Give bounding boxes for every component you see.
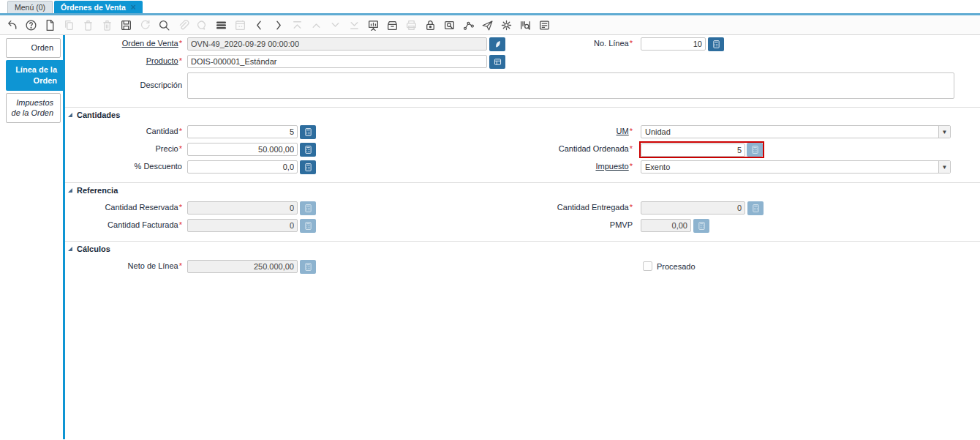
descripcion-label: Descripción (65, 79, 182, 92)
sidebar-tab-orden-label: Orden (31, 43, 53, 52)
report-window-icon[interactable] (538, 18, 551, 31)
procesado-label: Procesado (657, 261, 745, 273)
cantidad-reservada-label: Cantidad Reservada* (65, 201, 182, 214)
cantidad-facturada-field (187, 219, 298, 232)
sidebar-tab-orden[interactable]: Orden (6, 38, 61, 58)
toolbar (0, 15, 980, 35)
delete-record-icon (81, 18, 94, 31)
cantidad-label: Cantidad* (65, 125, 182, 138)
um-select[interactable]: Unidad ▼ (641, 125, 951, 138)
sidebar-tab-impuestos-label: Impuestos de la Orden (12, 98, 53, 118)
cantidad-entregada-field (641, 201, 745, 215)
neto-de-linea-field (187, 260, 298, 273)
impuesto-value: Exento (641, 161, 938, 173)
archive-icon[interactable] (385, 18, 399, 31)
form-panel: Orden de Venta* No. Línea* Producto* Des… (65, 35, 980, 439)
impuesto-select[interactable]: Exento ▼ (641, 160, 951, 174)
refresh-icon (138, 18, 151, 31)
private-record-lock-icon[interactable] (423, 18, 437, 31)
cantidad-calculator-button[interactable] (300, 125, 316, 139)
chevron-down-icon[interactable]: ▼ (938, 161, 950, 173)
cantidad-ordenada-label: Cantidad Ordenada* (467, 143, 633, 155)
application-window: Menú (0) Órdenes de Venta × (0, 0, 980, 440)
collapse-triangle-icon[interactable] (68, 247, 72, 251)
pmvp-calculator-button (693, 219, 709, 233)
cantidad-entregada-calculator-button (747, 201, 764, 215)
new-record-icon[interactable] (43, 18, 56, 31)
chevron-down-icon[interactable]: ▼ (938, 126, 950, 138)
cantidad-facturada-label: Cantidad Facturada* (65, 219, 182, 231)
parent-record-icon (309, 18, 323, 31)
attachment-icon (176, 18, 189, 31)
close-icon[interactable]: × (131, 3, 136, 12)
precio-calculator-button[interactable] (300, 143, 316, 157)
pmvp-label: PMVP (467, 219, 633, 231)
procesado-checkbox[interactable] (643, 261, 652, 271)
send-request-icon[interactable] (480, 18, 494, 31)
pmvp-field (641, 219, 691, 232)
neto-de-linea-label: Neto de Línea* (65, 260, 182, 272)
section-cantidades: Cantidades (65, 107, 980, 119)
product-info-icon[interactable] (519, 18, 532, 31)
descripcion-field[interactable] (187, 72, 954, 99)
tab-ordenes-de-venta[interactable]: Órdenes de Venta × (54, 1, 143, 13)
um-value: Unidad (641, 126, 938, 138)
save-icon[interactable] (119, 18, 132, 31)
preferences-gear-icon[interactable] (500, 18, 513, 31)
no-linea-calculator-button[interactable] (708, 37, 724, 51)
descuento-calculator-button[interactable] (300, 160, 316, 174)
calendar-icon (233, 18, 246, 31)
no-linea-field[interactable] (641, 37, 706, 51)
tab-menu-label: Menú (0) (15, 3, 45, 12)
product-search-button[interactable] (489, 55, 505, 69)
section-referencia: Referencia (65, 182, 980, 195)
neto-de-linea-calculator-button (300, 260, 316, 274)
section-cantidades-title: Cantidades (77, 111, 120, 119)
collapse-triangle-icon[interactable] (68, 113, 72, 117)
sidebar-tab-impuestos-de-la-orden[interactable]: Impuestos de la Orden (6, 93, 61, 124)
section-referencia-title: Referencia (77, 186, 118, 195)
copy-record-icon (62, 18, 75, 31)
find-icon[interactable] (157, 18, 170, 31)
precio-label: Precio* (65, 143, 182, 155)
cantidad-ordenada-field[interactable] (641, 143, 745, 157)
report-icon[interactable] (366, 18, 380, 31)
precio-field[interactable] (187, 143, 298, 156)
window-tab-bar: Menú (0) Órdenes de Venta × (0, 0, 980, 13)
delete-selection-icon (100, 18, 113, 31)
orden-de-venta-label: Orden de Venta* (65, 37, 182, 50)
producto-label: Producto* (65, 55, 182, 67)
detail-record-icon (328, 18, 342, 31)
cantidad-facturada-calculator-button (300, 219, 316, 233)
cantidad-ordenada-calculator-button (747, 143, 763, 157)
detail-tab-sidebar: Orden Línea de la Orden Impuestos de la … (0, 35, 63, 439)
impuesto-label: Impuesto* (467, 160, 633, 173)
cantidad-reservada-calculator-button (300, 201, 316, 215)
cantidad-field[interactable] (187, 125, 298, 138)
collapse-triangle-icon[interactable] (68, 188, 72, 193)
help-icon[interactable] (24, 18, 37, 31)
next-record-icon[interactable] (271, 18, 284, 31)
um-label: UM* (467, 125, 633, 138)
section-calculos: Cálculos (65, 241, 980, 253)
undo-icon[interactable] (5, 18, 18, 31)
zoom-across-icon[interactable] (442, 18, 456, 31)
tab-menu[interactable]: Menú (0) (7, 1, 53, 13)
cantidad-entregada-label: Cantidad Entregada* (467, 201, 633, 214)
grid-toggle-icon[interactable] (214, 18, 227, 31)
sidebar-tab-linea-label: Línea de la Orden (15, 65, 57, 85)
producto-field[interactable] (187, 55, 487, 68)
descuento-field[interactable] (187, 160, 298, 174)
previous-record-icon[interactable] (252, 18, 265, 31)
last-record-icon (347, 18, 361, 31)
cantidad-reservada-field (187, 201, 298, 215)
orden-de-venta-field[interactable] (187, 37, 487, 51)
chat-icon (195, 18, 208, 31)
sidebar-tab-linea-de-la-orden[interactable]: Línea de la Orden (6, 60, 63, 91)
section-calculos-title: Cálculos (77, 245, 110, 253)
no-linea-label: No. Línea* (467, 37, 633, 50)
descuento-label: % Descuento (65, 160, 182, 173)
first-record-icon (290, 18, 304, 31)
workflow-icon[interactable] (461, 18, 475, 31)
cantidad-ordenada-highlight (639, 141, 764, 158)
